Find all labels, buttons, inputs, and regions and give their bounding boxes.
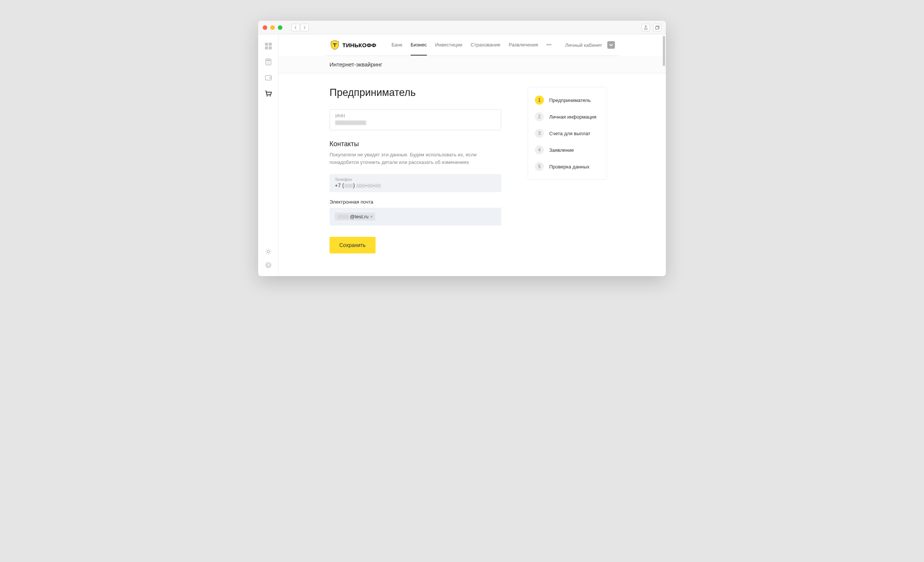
traffic-lights xyxy=(263,25,282,30)
contacts-heading: Контакты xyxy=(330,140,501,148)
navigation-buttons xyxy=(291,24,309,31)
nav-link-entertainment[interactable]: Развлечения xyxy=(509,35,538,55)
svg-point-15 xyxy=(266,96,268,97)
inn-label: ИНН xyxy=(335,113,496,119)
account-link[interactable]: Личный кабинет xyxy=(565,42,602,48)
more-menu-icon[interactable]: ••• xyxy=(547,35,552,55)
account-chevron-icon[interactable] xyxy=(607,41,615,49)
content-area: ТИНЬКОФФ Банк Бизнес Инвестиции Страхова… xyxy=(279,34,666,276)
email-chip-text: @test.ru xyxy=(350,214,368,219)
svg-rect-14 xyxy=(270,77,271,79)
scrollbar[interactable] xyxy=(662,34,666,276)
calculator-icon[interactable] xyxy=(265,59,272,65)
steps-column: 1 Предприниматель 2 Личная информация 3 … xyxy=(528,87,607,253)
titlebar xyxy=(258,21,666,34)
nav-link-bank[interactable]: Банк xyxy=(391,35,402,55)
email-field[interactable]: @test.ru × xyxy=(330,208,501,225)
page-title: Предприниматель xyxy=(330,87,501,99)
topnav-links: Банк Бизнес Инвестиции Страхование Развл… xyxy=(391,35,551,55)
step-3[interactable]: 3 Счета для выплат xyxy=(528,125,607,142)
step-label: Предприниматель xyxy=(549,97,591,103)
steps-list: 1 Предприниматель 2 Личная информация 3 … xyxy=(528,87,607,180)
wallet-icon[interactable] xyxy=(265,74,272,81)
step-label: Проверка данных xyxy=(549,164,590,170)
svg-rect-0 xyxy=(656,26,659,29)
nav-link-invest[interactable]: Инвестиции xyxy=(435,35,462,55)
minimize-window-icon[interactable] xyxy=(270,25,275,30)
top-navigation: ТИНЬКОФФ Банк Бизнес Инвестиции Страхова… xyxy=(326,34,619,56)
svg-rect-4 xyxy=(269,46,272,49)
nav-link-insurance[interactable]: Страхование xyxy=(471,35,500,55)
svg-point-16 xyxy=(270,96,271,97)
step-4[interactable]: 4 Заявление xyxy=(528,142,607,158)
step-number: 4 xyxy=(535,145,544,154)
step-number: 5 xyxy=(535,162,544,171)
browser-window: ? ТИНЬКОФФ Банк Бизнес Инвестиции Страхо… xyxy=(258,21,666,276)
inn-field[interactable]: ИНН xyxy=(330,109,501,130)
step-5[interactable]: 5 Проверка данных xyxy=(528,158,607,175)
share-button[interactable] xyxy=(642,24,650,31)
inn-value xyxy=(335,119,496,125)
gear-icon[interactable] xyxy=(265,248,272,255)
email-label: Электронная почта xyxy=(330,199,501,205)
svg-point-12 xyxy=(269,63,270,64)
subheader: Интернет-эквайринг xyxy=(279,56,666,73)
tabs-button[interactable] xyxy=(653,24,661,31)
svg-point-7 xyxy=(267,62,268,63)
svg-rect-2 xyxy=(269,43,272,46)
cart-icon[interactable] xyxy=(265,90,272,97)
phone-field[interactable]: Телефон +7 () -- xyxy=(330,174,501,192)
svg-rect-1 xyxy=(265,43,268,46)
svg-point-17 xyxy=(267,250,270,253)
step-number: 3 xyxy=(535,129,544,138)
forward-button[interactable] xyxy=(300,24,309,31)
help-icon[interactable]: ? xyxy=(265,262,272,269)
step-label: Личная информация xyxy=(549,114,596,120)
svg-point-8 xyxy=(268,62,269,63)
svg-text:?: ? xyxy=(267,263,270,267)
remove-email-icon[interactable]: × xyxy=(370,214,373,219)
nav-link-business[interactable]: Бизнес xyxy=(411,35,427,56)
svg-rect-6 xyxy=(266,60,270,61)
step-1[interactable]: 1 Предприниматель xyxy=(528,92,607,108)
svg-point-10 xyxy=(267,63,268,64)
maximize-window-icon[interactable] xyxy=(278,25,282,30)
scrollbar-thumb[interactable] xyxy=(663,36,665,66)
logo[interactable]: ТИНЬКОФФ xyxy=(330,40,376,50)
svg-rect-3 xyxy=(265,46,268,49)
email-chip: @test.ru × xyxy=(335,213,375,221)
step-2[interactable]: 2 Личная информация xyxy=(528,108,607,125)
logo-shield-icon xyxy=(330,40,340,50)
contacts-description: Покупатели не увидят эти данные. Будем и… xyxy=(330,151,492,166)
save-button[interactable]: Сохранить xyxy=(330,237,376,253)
step-label: Счета для выплат xyxy=(549,131,590,136)
form-column: Предприниматель ИНН Контакты Покупатели … xyxy=(330,87,501,253)
svg-point-9 xyxy=(269,62,270,63)
step-number: 1 xyxy=(535,96,544,105)
svg-point-11 xyxy=(268,63,269,64)
back-button[interactable] xyxy=(291,24,300,31)
logo-text: ТИНЬКОФФ xyxy=(342,42,376,48)
close-window-icon[interactable] xyxy=(263,25,267,30)
step-label: Заявление xyxy=(549,147,574,153)
phone-label: Телефон xyxy=(335,177,496,182)
phone-value: +7 () -- xyxy=(335,182,496,188)
step-number: 2 xyxy=(535,112,544,121)
dashboard-icon[interactable] xyxy=(265,43,272,49)
left-rail: ? xyxy=(258,34,279,276)
